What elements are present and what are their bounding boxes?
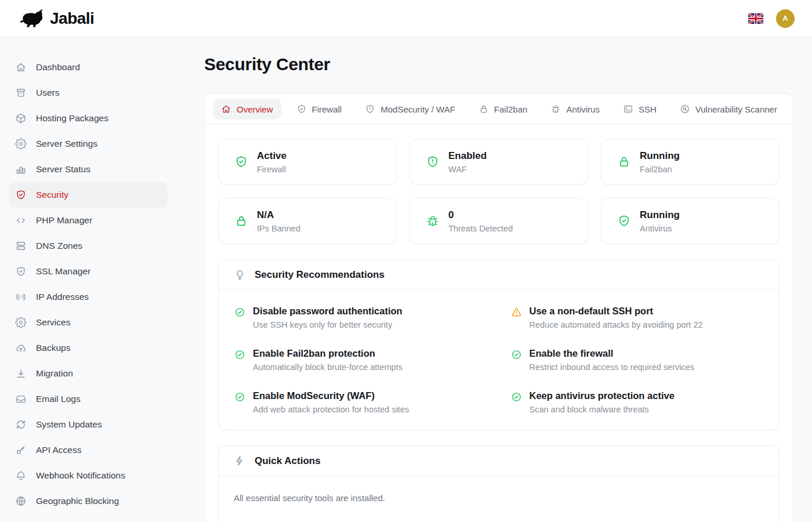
sidebar-item-geographic-blocking[interactable]: Geographic Blocking [9,488,168,514]
recommendation-subtitle: Add web attack protection for hosted sit… [253,405,409,414]
status-card-fail2ban: RunningFail2ban [601,139,780,185]
sidebar-item-api-access[interactable]: API Access [9,437,168,463]
home-icon [221,104,231,114]
sidebar-item-label: Geographic Blocking [36,496,119,506]
tab-overview[interactable]: Overview [213,99,281,119]
tab-label: Firewall [312,104,342,114]
globe-icon [15,495,27,507]
sidebar-item-label: IP Addresses [36,292,89,302]
refresh-icon [15,419,27,430]
check-circle-icon [234,349,245,360]
status-value: N/A [257,209,300,221]
tab-ssh[interactable]: SSH [615,99,665,119]
sidebar-item-users[interactable]: Users [9,80,168,106]
sidebar-item-label: Hosting Packages [36,113,108,124]
brand-logo[interactable]: Jabali [17,9,94,28]
status-card-waf: EnabledWAF [409,139,588,185]
sidebar-item-label: Server Status [36,164,90,175]
status-card-firewall: ActiveFirewall [218,139,397,185]
tab-label: Overview [237,104,273,114]
shield-alert-icon [426,155,440,169]
recommendation-title: Enable Fail2ban protection [253,348,403,359]
status-value: 0 [448,209,513,221]
sidebar-item-backups[interactable]: Backups [9,335,168,361]
quick-actions-title: Quick Actions [255,455,321,467]
quick-actions-message: All essential security tools are install… [219,476,779,520]
sidebar-item-migration[interactable]: Migration [9,361,168,386]
warning-triangle-icon [511,307,522,318]
sidebar-item-server-settings[interactable]: Server Settings [9,131,168,157]
shield-alert-icon [365,104,375,114]
sidebar-item-dashboard[interactable]: Dashboard [9,55,168,80]
sidebar-item-services[interactable]: Services [9,310,168,335]
sidebar-item-php-manager[interactable]: PHP Manager [9,208,168,233]
status-value: Running [640,209,680,221]
recommendation-title: Keep antivirus protection active [530,390,675,401]
bell-icon [15,470,27,481]
user-avatar[interactable]: A [776,9,795,28]
status-card-antivirus: RunningAntivirus [601,198,780,244]
status-label: IPs Banned [257,224,300,233]
check-circle-icon [234,307,245,318]
language-flag-icon[interactable] [748,13,763,24]
sidebar-item-label: SSL Manager [36,266,90,277]
top-header: Jabali A [0,0,812,37]
status-label: Firewall [257,165,287,174]
sidebar-item-server-status[interactable]: Server Status [9,157,168,182]
recommendation-item: Enable the firewallRestrict inbound acce… [511,348,764,372]
sidebar-item-label: Backups [36,343,70,353]
download-icon [15,368,27,379]
tab-label: ModSecurity / WAF [380,104,455,114]
recommendation-subtitle: Scan and block malware threats [530,405,675,414]
boar-logo-icon [17,9,44,28]
recommendations-card: Security Recommendations Disable passwor… [218,259,780,430]
broadcast-icon [15,291,27,303]
gear-icon [15,138,27,150]
status-label: Threats Detected [448,224,513,233]
tab-label: Antivirus [566,104,600,114]
main-content: Security Center OverviewFirewallModSecur… [177,37,812,522]
archive-icon [15,87,27,99]
chart-bar-icon [15,164,27,175]
sidebar-item-label: System Updates [36,419,102,430]
bolt-icon [234,455,246,467]
tab-antivirus[interactable]: Antivirus [542,99,608,119]
sidebar-item-label: Email Logs [36,394,81,404]
sidebar-item-label: Server Settings [36,139,97,149]
shield-check-icon [15,266,27,277]
sidebar-item-email-logs[interactable]: Email Logs [9,386,168,412]
sidebar-item-system-updates[interactable]: System Updates [9,412,168,437]
sidebar-item-ip-addresses[interactable]: IP Addresses [9,284,168,310]
status-label: WAF [448,165,487,174]
cloud-upload-icon [15,342,27,354]
check-circle-icon [511,392,522,403]
page-title: Security Center [204,55,793,74]
sidebar-item-ssl-manager[interactable]: SSL Manager [9,259,168,284]
recommendation-subtitle: Use SSH keys only for better security [253,320,403,329]
tab-fail2ban[interactable]: Fail2ban [470,99,536,119]
shield-check-icon [15,189,27,201]
sidebar-item-security[interactable]: Security [9,182,168,208]
sidebar-item-label: Users [36,88,59,98]
recommendation-title: Disable password authentication [253,306,403,317]
recommendation-item: Keep antivirus protection activeScan and… [511,390,764,414]
tab-vulnerability-scanner[interactable]: Vulnerability Scanner [672,99,785,119]
sidebar-item-webhook-notifications[interactable]: Webhook Notifications [9,463,168,488]
search-circle-icon [680,104,690,114]
tab-firewall[interactable]: Firewall [288,99,350,119]
quick-actions-card: Quick Actions All essential security too… [218,445,780,522]
sidebar-item-hosting-packages[interactable]: Hosting Packages [9,106,168,131]
security-tabs: OverviewFirewallModSecurity / WAFFail2ba… [205,94,793,125]
sidebar-item-label: Dashboard [36,62,80,72]
sidebar-item-dns-zones[interactable]: DNS Zones [9,233,168,259]
status-card-grid: ActiveFirewallEnabledWAFRunningFail2banN… [218,139,780,244]
recommendation-title: Enable the firewall [530,348,695,359]
check-circle-icon [234,392,245,403]
status-value: Active [257,150,287,162]
lightbulb-icon [234,269,246,281]
status-card-ips-banned: N/AIPs Banned [218,198,397,244]
recommendation-subtitle: Automatically block brute-force attempts [253,362,403,372]
status-label: Antivirus [640,224,680,233]
tab-modsecurity-waf[interactable]: ModSecurity / WAF [357,99,463,119]
tab-label: SSH [639,104,657,114]
